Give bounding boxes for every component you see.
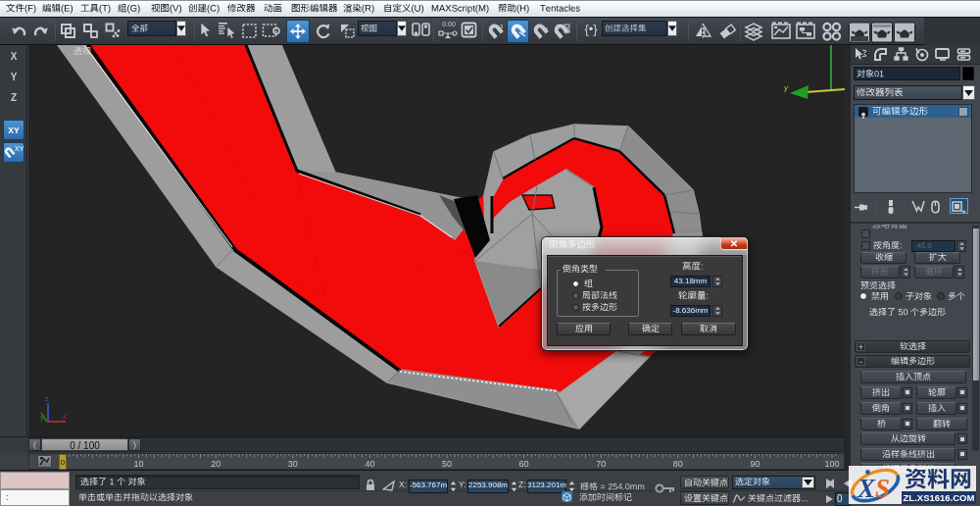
svg-text:X: X bbox=[857, 474, 876, 503]
svg-text:z: z bbox=[45, 394, 49, 403]
svg-text:S: S bbox=[875, 474, 890, 503]
svg-text:3: 3 bbox=[500, 24, 504, 29]
svg-text:y: y bbox=[40, 413, 44, 422]
svg-text:XY: XY bbox=[15, 145, 24, 152]
svg-text:x: x bbox=[63, 412, 67, 421]
